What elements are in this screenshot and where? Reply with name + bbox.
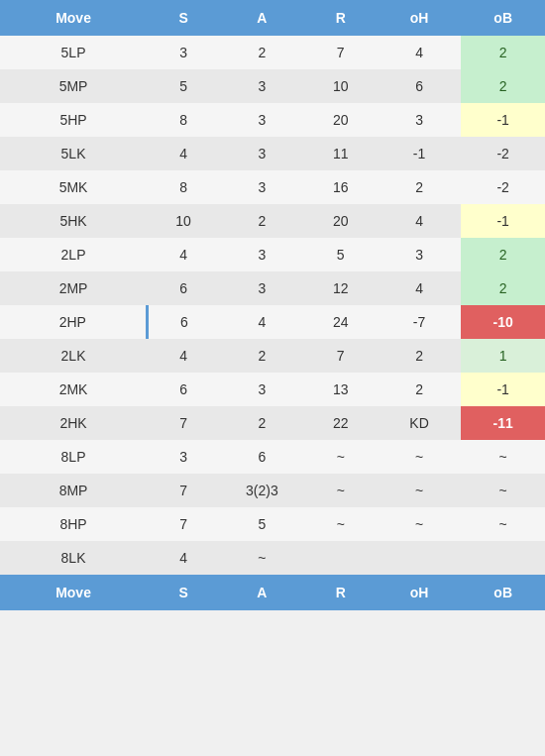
table-row: 2HK7222KD-11 [0, 406, 545, 440]
cell-ob: -10 [461, 305, 545, 339]
cell-a: 3 [220, 69, 304, 103]
table-row: 2MP631242 [0, 271, 545, 305]
cell-s: 7 [147, 406, 220, 440]
cell-s: 7 [147, 474, 220, 507]
cell-r [304, 541, 378, 575]
cell-oh: 4 [378, 271, 462, 305]
cell-oh: 2 [378, 373, 462, 406]
header-a: A [220, 0, 304, 36]
cell-r: ~ [304, 507, 378, 541]
cell-s: 6 [147, 305, 220, 339]
cell-r: 24 [304, 305, 378, 339]
cell-a: 3 [220, 271, 304, 305]
cell-r: 11 [304, 137, 378, 170]
cell-a: ~ [220, 541, 304, 575]
cell-oh: 3 [378, 103, 462, 137]
cell-a: 3 [220, 137, 304, 170]
table-row: 2MK63132-1 [0, 373, 545, 406]
cell-s: 4 [147, 137, 220, 170]
moves-table: Move S A R oH oB 5LP327425MP5310625HP832… [0, 0, 545, 610]
cell-r: 10 [304, 69, 378, 103]
cell-move: 2MK [0, 373, 147, 406]
cell-a: 2 [220, 406, 304, 440]
table-row: 5MP531062 [0, 69, 545, 103]
cell-oh: ~ [378, 440, 462, 474]
cell-s: 4 [147, 238, 220, 271]
cell-oh: -7 [378, 305, 462, 339]
cell-move: 2HP [0, 305, 147, 339]
cell-ob: ~ [461, 440, 545, 474]
cell-oh [378, 541, 462, 575]
cell-ob: -2 [461, 137, 545, 170]
cell-r: 20 [304, 103, 378, 137]
cell-a: 2 [220, 36, 304, 69]
cell-oh: -1 [378, 137, 462, 170]
cell-a: 5 [220, 507, 304, 541]
cell-a: 3 [220, 103, 304, 137]
header-oh: oH [378, 0, 462, 36]
cell-oh: 3 [378, 238, 462, 271]
cell-s: 4 [147, 541, 220, 575]
cell-ob: -11 [461, 406, 545, 440]
header-ob: oB [461, 0, 545, 36]
cell-oh: 2 [378, 170, 462, 204]
cell-move: 5LP [0, 36, 147, 69]
table-row: 5HP83203-1 [0, 103, 545, 137]
cell-s: 8 [147, 103, 220, 137]
cell-oh: ~ [378, 474, 462, 507]
cell-ob: -2 [461, 170, 545, 204]
cell-ob: 2 [461, 36, 545, 69]
table-row: 5HK102204-1 [0, 204, 545, 238]
cell-move: 5MK [0, 170, 147, 204]
cell-move: 2MP [0, 271, 147, 305]
footer-move: Move [0, 575, 147, 610]
cell-move: 5HP [0, 103, 147, 137]
cell-oh: ~ [378, 507, 462, 541]
cell-oh: KD [378, 406, 462, 440]
table-row: 5LK4311-1-2 [0, 137, 545, 170]
cell-move: 2HK [0, 406, 147, 440]
cell-s: 10 [147, 204, 220, 238]
footer-oh: oH [378, 575, 462, 610]
cell-r: ~ [304, 440, 378, 474]
cell-oh: 4 [378, 36, 462, 69]
table-row: 8LK4~ [0, 541, 545, 575]
table-row: 5LP32742 [0, 36, 545, 69]
cell-ob: -1 [461, 103, 545, 137]
cell-s: 4 [147, 339, 220, 373]
cell-r: 12 [304, 271, 378, 305]
cell-r: ~ [304, 474, 378, 507]
cell-ob: 2 [461, 271, 545, 305]
cell-a: 3 [220, 238, 304, 271]
header-move: Move [0, 0, 147, 36]
cell-s: 3 [147, 36, 220, 69]
cell-ob: 2 [461, 238, 545, 271]
table-row: 2HP6424-7-10 [0, 305, 545, 339]
footer-r: R [304, 575, 378, 610]
footer-s: S [147, 575, 220, 610]
header-row: Move S A R oH oB [0, 0, 545, 36]
cell-ob: -1 [461, 204, 545, 238]
cell-r: 13 [304, 373, 378, 406]
cell-s: 8 [147, 170, 220, 204]
cell-a: 3(2)3 [220, 474, 304, 507]
cell-s: 7 [147, 507, 220, 541]
cell-r: 5 [304, 238, 378, 271]
cell-s: 6 [147, 373, 220, 406]
cell-move: 5LK [0, 137, 147, 170]
cell-s: 3 [147, 440, 220, 474]
table-row: 8MP73(2)3~~~ [0, 474, 545, 507]
cell-move: 5HK [0, 204, 147, 238]
cell-r: 7 [304, 36, 378, 69]
cell-ob: 1 [461, 339, 545, 373]
cell-a: 2 [220, 204, 304, 238]
table-body: 5LP327425MP5310625HP83203-15LK4311-1-25M… [0, 36, 545, 575]
cell-ob: 2 [461, 69, 545, 103]
cell-r: 20 [304, 204, 378, 238]
cell-r: 16 [304, 170, 378, 204]
header-s: S [147, 0, 220, 36]
cell-oh: 2 [378, 339, 462, 373]
cell-ob: -1 [461, 373, 545, 406]
cell-a: 2 [220, 339, 304, 373]
cell-oh: 6 [378, 69, 462, 103]
